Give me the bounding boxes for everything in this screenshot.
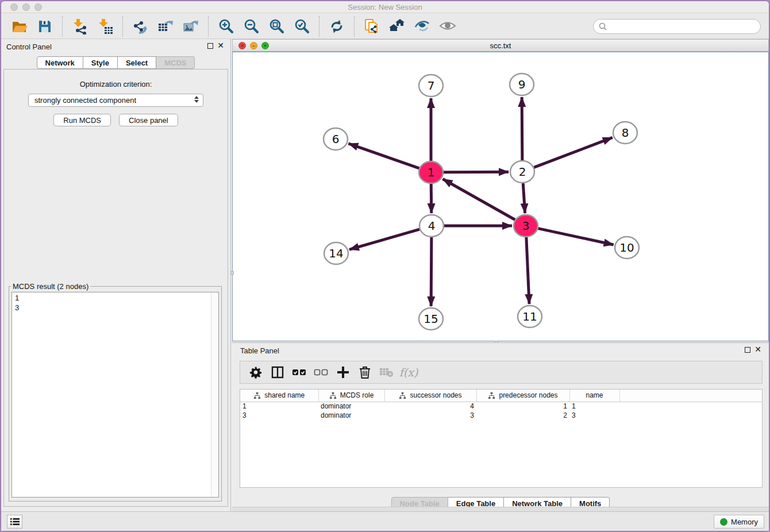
tree-icon — [329, 392, 337, 399]
table-cell[interactable]: 2 — [476, 411, 569, 420]
table-cell[interactable]: 1 — [240, 402, 318, 411]
optimization-criterion-value: strongly connected component — [34, 96, 136, 105]
graph-edge-3-11[interactable] — [526, 237, 529, 304]
column-header-predecessor-nodes[interactable]: predecessor nodes — [476, 390, 569, 402]
tab-mcds[interactable]: MCDS — [156, 56, 195, 69]
column-header-shared-name[interactable]: shared name — [240, 390, 318, 402]
open-session-icon[interactable] — [10, 17, 29, 36]
main-toolbar — [1, 14, 769, 39]
export-table-icon[interactable] — [156, 17, 175, 36]
graph-node-6[interactable]: 6 — [324, 128, 348, 150]
graph-node-11[interactable]: 11 — [518, 306, 542, 327]
graph-edge-2-9[interactable] — [522, 97, 522, 160]
table-panel-resize-strip[interactable] — [232, 507, 769, 511]
zoom-selected-icon[interactable] — [292, 17, 311, 36]
zoom-in-icon[interactable] — [217, 17, 235, 36]
graph-node-9[interactable]: 9 — [510, 74, 534, 95]
table-row[interactable]: 1dominator411 — [240, 402, 762, 411]
tree-icon — [488, 392, 495, 399]
float-panel-icon[interactable] — [207, 43, 213, 49]
export-network-icon[interactable] — [131, 17, 149, 36]
table-cell[interactable]: 1 — [569, 402, 619, 411]
select-stepper-icon — [194, 96, 199, 103]
close-panel-button[interactable]: Close panel — [119, 114, 178, 126]
graph-node-8[interactable]: 8 — [613, 122, 637, 144]
table-cell[interactable]: 4 — [384, 402, 476, 411]
float-table-panel-icon[interactable] — [745, 347, 750, 353]
graph-edge-4-14[interactable] — [349, 229, 419, 249]
toolbar-separator — [354, 16, 355, 37]
save-session-icon[interactable] — [36, 17, 54, 36]
table-cell[interactable]: 3 — [384, 411, 476, 420]
gear-icon[interactable] — [247, 364, 264, 381]
graph-node-1[interactable]: 1 — [419, 161, 443, 183]
run-mcds-button[interactable]: Run MCDS — [53, 114, 111, 126]
graph-node-7[interactable]: 7 — [419, 75, 443, 97]
network-canvas[interactable]: 7968124314101511 — [232, 52, 769, 341]
tree-icon — [253, 392, 261, 399]
graph-edge-2-8[interactable] — [534, 137, 613, 167]
graph-node-3[interactable]: 3 — [514, 215, 538, 237]
control-panel-title: Control Panel — [6, 43, 52, 51]
table-cell[interactable]: 3 — [240, 411, 318, 420]
graph-node-15[interactable]: 15 — [419, 308, 443, 330]
status-bar: Memory — [1, 511, 769, 531]
result-scrollbar[interactable] — [211, 292, 218, 497]
mcds-result-groupbox: MCDS result (2 nodes) 13 — [9, 282, 222, 502]
delete-column-icon[interactable] — [356, 364, 374, 381]
deselect-all-icon[interactable] — [313, 364, 330, 381]
task-history-button[interactable] — [7, 515, 22, 529]
graph-edge-3-1[interactable] — [442, 179, 515, 220]
title-bar: Session: New Session — [1, 1, 769, 13]
tab-network[interactable]: Network — [37, 56, 83, 69]
mcds-result-textarea[interactable]: 13 — [11, 292, 219, 498]
refresh-icon[interactable] — [328, 17, 346, 36]
node-table[interactable]: shared name MCDS role successor nodes pr… — [240, 389, 763, 488]
column-selector-icon[interactable] — [269, 364, 286, 381]
control-panel: Control Panel ✕ Network Style Select MCD… — [1, 39, 231, 511]
search-input[interactable] — [607, 22, 756, 30]
column-header-mcds-role[interactable]: MCDS role — [318, 390, 384, 402]
import-network-icon[interactable] — [71, 17, 89, 36]
close-panel-icon[interactable]: ✕ — [217, 41, 224, 49]
column-header-name[interactable]: name — [569, 390, 619, 402]
search-field[interactable] — [593, 19, 761, 34]
toolbar-separator — [62, 16, 63, 37]
memory-label: Memory — [731, 518, 758, 526]
graph-edge-1-4[interactable] — [431, 184, 432, 213]
graph-edge-1-6[interactable] — [348, 144, 419, 168]
zoom-fit-icon[interactable] — [267, 17, 286, 36]
graph-edge-2-3[interactable] — [523, 183, 525, 213]
column-header-successor-nodes[interactable]: successor nodes — [384, 390, 476, 402]
table-cell[interactable]: dominator — [318, 411, 384, 420]
optimization-criterion-select[interactable]: strongly connected component — [28, 94, 203, 107]
tab-style[interactable]: Style — [83, 56, 118, 69]
graph-node-2[interactable]: 2 — [510, 161, 534, 183]
mcds-panel-body: Optimization criterion: strongly connect… — [3, 69, 228, 507]
graph-node-14[interactable]: 14 — [324, 242, 348, 264]
home-layout-icon[interactable] — [388, 17, 406, 36]
add-column-icon[interactable] — [334, 364, 352, 381]
import-table-icon[interactable] — [96, 17, 114, 36]
graph-edge-4-15[interactable] — [431, 237, 432, 306]
export-image-icon[interactable] — [182, 17, 200, 36]
table-cell[interactable]: dominator — [318, 402, 384, 411]
table-row[interactable]: 3dominator323 — [240, 411, 762, 420]
mcds-result-line: 3 — [15, 303, 215, 313]
close-table-panel-icon[interactable]: ✕ — [754, 345, 761, 353]
zoom-out-icon[interactable] — [242, 17, 260, 36]
graph-node-10[interactable]: 10 — [615, 237, 639, 259]
duplicate-network-icon[interactable] — [363, 17, 381, 36]
graph-edge-1-2[interactable] — [444, 172, 509, 172]
select-all-icon[interactable] — [291, 364, 308, 381]
table-cell[interactable]: 3 — [569, 411, 619, 420]
tab-select[interactable]: Select — [118, 56, 156, 69]
panel-splitter-handle[interactable] — [230, 271, 234, 275]
graph-edge-3-10[interactable] — [538, 229, 613, 245]
table-cell[interactable]: 1 — [476, 402, 569, 411]
network-window-titlebar[interactable]: ✕ − + scc.txt — [232, 39, 769, 52]
memory-button[interactable]: Memory — [714, 515, 764, 529]
show-hide-icon[interactable] — [438, 17, 457, 36]
apply-style-icon[interactable] — [413, 17, 432, 36]
graph-node-4[interactable]: 4 — [419, 215, 444, 237]
